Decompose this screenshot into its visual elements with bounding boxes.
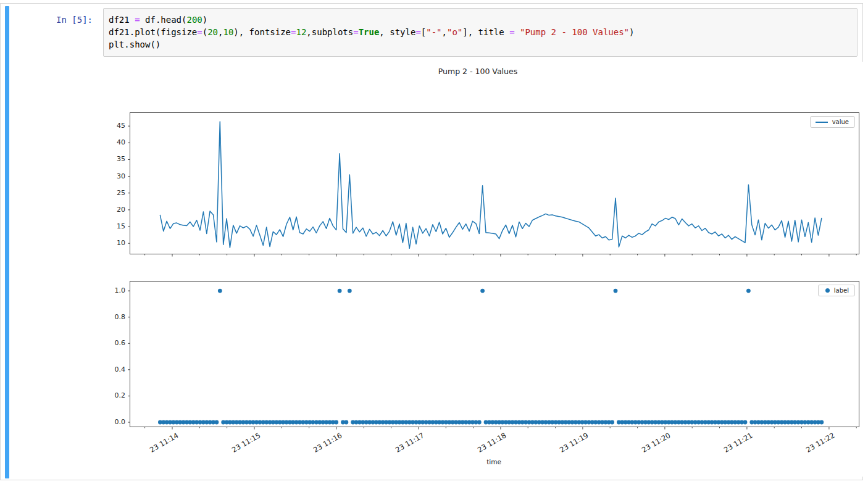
code-editor[interactable]: df21 = df.head(200)df21.plot(figsize=(20… xyxy=(103,8,858,57)
y-tick-label: 0.6 xyxy=(94,339,125,347)
code-line: df21 = df.head(200) xyxy=(109,14,852,26)
legend-value-label: value xyxy=(832,119,849,125)
y-tick-label: 10 xyxy=(94,239,125,247)
y-tick-label: 0.2 xyxy=(94,391,125,399)
legend-label-series: label xyxy=(818,285,855,296)
code-token: 12 xyxy=(296,27,306,37)
y-tick-label: 1.0 xyxy=(94,286,125,294)
y-tick-label: 35 xyxy=(94,155,125,163)
code-token: = xyxy=(135,15,140,25)
code-token: df21 xyxy=(109,15,135,25)
x-tick-label: 23 11:14 xyxy=(148,431,180,454)
y-tick-label: 15 xyxy=(94,222,125,230)
axes-value: value 4540353025201510 xyxy=(130,112,859,254)
code-token: ), fontsize xyxy=(233,27,291,37)
x-tick-label: 23 11:18 xyxy=(476,431,508,454)
code-token: 10 xyxy=(223,27,233,37)
legend-label-label: label xyxy=(834,287,849,294)
code-token: True xyxy=(359,27,380,37)
code-token: = xyxy=(197,27,202,37)
x-tick-label: 23 11:20 xyxy=(640,431,672,454)
line-sample-icon xyxy=(816,122,828,123)
code-token: 200 xyxy=(186,15,202,25)
figure-title: Pump 2 - 100 Values xyxy=(91,67,864,76)
code-token: df21.plot(figsize xyxy=(109,27,197,37)
code-token: ) xyxy=(629,27,634,37)
y-tick-label: 30 xyxy=(94,172,125,180)
y-tick-label: 0.0 xyxy=(94,418,125,426)
code-token: plt.show() xyxy=(109,40,161,49)
code-token xyxy=(515,27,520,37)
code-token: df.head( xyxy=(140,15,187,25)
code-token: "-" xyxy=(426,27,441,37)
x-axis-label: time xyxy=(130,458,858,465)
x-tick-label: 23 11:16 xyxy=(312,431,344,454)
dot-sample-icon xyxy=(825,288,830,293)
y-tick-label: 20 xyxy=(94,206,125,214)
x-tick-label: 23 11:19 xyxy=(558,431,590,454)
code-token: = xyxy=(353,27,358,37)
code-token: ,subplots xyxy=(306,27,353,37)
y-tick-label: 45 xyxy=(94,122,125,130)
x-tick-label: 23 11:22 xyxy=(804,431,837,454)
x-tick-label: 23 11:17 xyxy=(394,431,426,454)
x-tick-label: 23 11:15 xyxy=(230,431,262,454)
code-token: ( xyxy=(202,27,207,37)
jupyter-notebook-page: In [5]: df21 = df.head(200)df21.plot(fig… xyxy=(0,0,868,484)
code-token: , style xyxy=(379,27,415,37)
value-plot xyxy=(130,113,859,254)
code-token: 20 xyxy=(207,27,218,37)
y-tick-label: 25 xyxy=(94,189,125,197)
figure-output: Pump 2 - 100 Values value 45403530252015… xyxy=(91,62,864,477)
code-token: ) xyxy=(202,15,207,25)
code-token: [ xyxy=(421,27,426,37)
code-token: , xyxy=(442,27,447,37)
y-tick-label: 0.8 xyxy=(94,313,125,321)
code-token: = xyxy=(415,27,420,37)
code-line: plt.show() xyxy=(109,38,852,51)
code-token: "o" xyxy=(447,27,462,37)
code-token: ], title xyxy=(462,27,509,37)
code-token: = xyxy=(509,27,514,37)
cell-input-prompt: In [5]: xyxy=(36,15,93,25)
code-line: df21.plot(figsize=(20,10), fontsize=12,s… xyxy=(109,26,852,38)
label-plot xyxy=(130,282,859,427)
axes-label: label 1.00.80.60.40.20.023 11:1423 11:15… xyxy=(130,281,859,427)
y-tick-label: 0.4 xyxy=(94,365,125,373)
code-token: "Pump 2 - 100 Values" xyxy=(520,27,629,37)
legend-value: value xyxy=(810,116,855,128)
cell-selection-bar[interactable] xyxy=(5,6,9,478)
x-tick-label: 23 11:21 xyxy=(722,431,754,454)
y-tick-label: 40 xyxy=(94,138,125,146)
